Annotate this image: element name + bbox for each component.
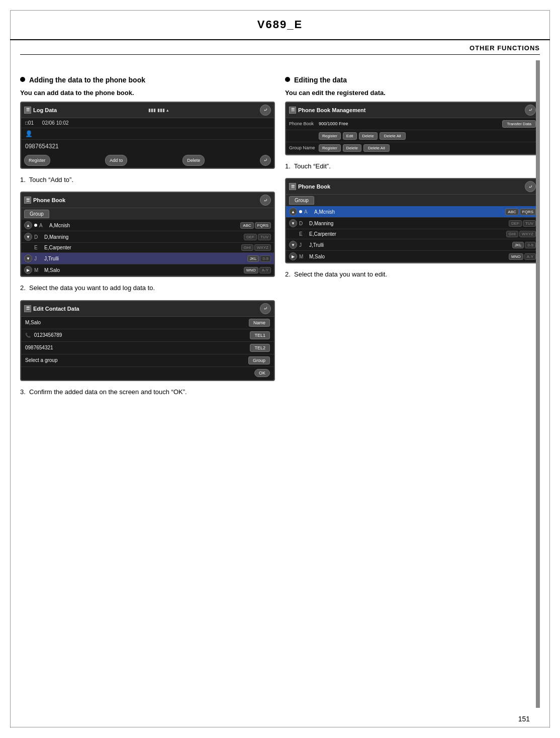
pb-back-right[interactable]: ⤶ (525, 181, 536, 192)
pb-alpha-btns-1: DEF TUV (244, 234, 271, 240)
pb-row-0: ▲ A A,Mcnish ABC FQRS (21, 220, 274, 231)
pb-alpha-btns-0: ABC FQRS (240, 222, 271, 229)
edit-back-btn[interactable]: ⤶ (260, 303, 271, 314)
group-tab-right[interactable]: Group (289, 196, 314, 205)
pb-letter-3: J (34, 256, 42, 261)
mno-btn-r[interactable]: MNO (509, 253, 523, 260)
pb-row-3: ▼ J J,Trulli JKL 0-9 (21, 253, 274, 264)
zero9-btn-r[interactable]: 0-9 (525, 242, 536, 248)
pb-name-r1: D,Manning (309, 221, 507, 226)
edit-tel2-label[interactable]: TEL2 (250, 344, 270, 352)
ghi-btn[interactable]: GHI (241, 244, 253, 251)
log-delete-btn[interactable]: Delete (182, 155, 205, 166)
pb-dot-r (299, 210, 302, 213)
nav-down2-btn[interactable]: ▼ (24, 254, 32, 262)
pb-right-row-0: ▲ A A,Mcnish ABC FQRS (286, 206, 539, 218)
nav-down-btn-r[interactable]: ▼ (289, 219, 297, 227)
tuv-btn-r[interactable]: TUV (523, 220, 536, 227)
pb-alpha-btns-r1: DEF TUV (509, 220, 536, 227)
edit-screen-title: ☰ Edit Contact Data (24, 305, 79, 312)
page-title: V689_E (257, 18, 303, 31)
ghi-btn-r[interactable]: GHI (506, 231, 518, 237)
left-subtitle: You can add data to the phone book. (20, 88, 275, 98)
nav-toggle-btn-r[interactable]: ▶ (289, 252, 297, 260)
group-tab-left[interactable]: Group (24, 210, 49, 218)
pb-alpha-btns-r3: JKL 0-9 (512, 242, 536, 248)
mgmt-phonebook-row: Phone Book 900/1000 Free Transfer Data (286, 118, 539, 130)
abc-btn-r[interactable]: ABC (505, 209, 518, 215)
def-btn[interactable]: DEF (244, 234, 257, 240)
abc-btn[interactable]: ABC (240, 222, 253, 229)
edit-name-label[interactable]: Name (249, 319, 270, 327)
mgmt-groupname-label: Group Name (289, 145, 317, 150)
log-entry: □01 02/06 10:02 (21, 118, 274, 128)
mgmt-delete-all-btn[interactable]: Delete All (380, 132, 406, 140)
ay-btn[interactable]: A-Y (259, 267, 271, 273)
pb-dot (34, 224, 37, 227)
transfer-data-btn[interactable]: Transfer Data (502, 120, 536, 128)
fqrs-btn[interactable]: FQRS (255, 222, 271, 229)
border-right (549, 10, 550, 728)
pb-name-3: J,Trulli (44, 256, 245, 261)
def-btn-r[interactable]: DEF (509, 220, 522, 227)
pb-row-4: ▶ M M,Salo MNO A-Y (21, 264, 274, 276)
pb-name-r0: A,Mcnish (314, 209, 503, 215)
jkl-btn-r[interactable]: JKL (512, 242, 524, 248)
pb-title-left: ☰ Phone Book (24, 197, 65, 204)
mgmt-grp-delete-btn[interactable]: Delete (343, 144, 361, 152)
border-bottom (10, 727, 550, 728)
pb-tab-right: Group (286, 195, 539, 206)
pb-letter-4: M (34, 267, 42, 273)
mgmt-phonebook-value: 900/1000 Free (319, 121, 500, 126)
pb-tab-left: Group (21, 208, 274, 220)
edit-group-label[interactable]: Group (248, 356, 270, 364)
mgmt-edit-btn[interactable]: Edit (343, 132, 357, 140)
mgmt-groupname-row: Group Name Register Delete Delete All (286, 142, 539, 154)
pb-name-2: E,Carpenter (44, 245, 239, 250)
edit-tel1-value: 📞 0123456789 (25, 332, 62, 338)
mgmt-back-btn[interactable]: ⤶ (525, 105, 536, 116)
log-back-btn[interactable]: ⤶ (260, 155, 271, 166)
pb-right-row-4: ▶ M M,Salo MNO A-Y (286, 251, 539, 262)
pb-letter-r4: M (299, 254, 307, 259)
mno-btn[interactable]: MNO (244, 267, 258, 273)
back-button[interactable]: ⤶ (260, 105, 271, 116)
pb-letter-2: E (34, 245, 42, 250)
pb-back-left[interactable]: ⤶ (260, 195, 271, 206)
edit-contact-screen: ☰ Edit Contact Data ⤶ M,Salo Name 📞 0123… (20, 300, 275, 381)
zero9-btn[interactable]: 0-9 (260, 255, 271, 262)
pb-screen-header-left: ☰ Phone Book ⤶ (21, 193, 274, 208)
mgmt-grp-delete-all-btn[interactable]: Delete All (363, 144, 390, 152)
mgmt-grp-register-btn[interactable]: Register (319, 144, 341, 152)
wxyz-btn[interactable]: WXYZ (254, 244, 271, 251)
right-column: Editing the data You can edit the regist… (285, 60, 540, 708)
tuv-btn[interactable]: TUV (258, 234, 271, 240)
page-number: 151 (518, 715, 530, 723)
edit-tel1-label[interactable]: TEL1 (250, 331, 270, 339)
nav-up-btn[interactable]: ▲ (24, 221, 32, 229)
jkl-btn[interactable]: JKL (247, 255, 259, 262)
edit-group-row: Select a group Group (21, 354, 274, 367)
edit-tel2-row: 0987654321 TEL2 (21, 342, 274, 354)
pb-name-r2: E,Carpenter (309, 231, 504, 237)
ok-btn[interactable]: OK (254, 369, 270, 377)
wxyz-btn-r[interactable]: WXYZ (519, 231, 536, 237)
mgmt-register-btn[interactable]: Register (319, 132, 341, 140)
mgmt-screen: ☰ Phone Book Management ⤶ Phone Book 900… (285, 102, 540, 155)
fqrs-btn-r[interactable]: FQRS (520, 209, 536, 215)
pb-row-2: E E,Carpenter GHI WXYZ (21, 243, 274, 253)
pb-name-4: M,Salo (44, 267, 242, 273)
right-step2: 2. Select the data you want to edit. (285, 269, 540, 280)
nav-down2-btn-r[interactable]: ▼ (289, 241, 297, 249)
nav-up-btn-r[interactable]: ▲ (289, 208, 297, 216)
pb-icon-left: ☰ (24, 197, 31, 204)
edit-name-value: M,Salo (25, 320, 41, 325)
left-step2: 2. Select the data you want to add log d… (20, 283, 275, 293)
mgmt-delete-btn[interactable]: Delete (359, 132, 378, 140)
pb-alpha-btns-4: MNO A-Y (244, 267, 271, 273)
nav-toggle-btn[interactable]: ▶ (24, 266, 32, 274)
nav-down-btn[interactable]: ▼ (24, 233, 32, 241)
ay-btn-r[interactable]: A-Y (524, 253, 536, 260)
log-add-btn[interactable]: Add to (105, 155, 127, 166)
log-register-btn[interactable]: Register (24, 155, 50, 166)
